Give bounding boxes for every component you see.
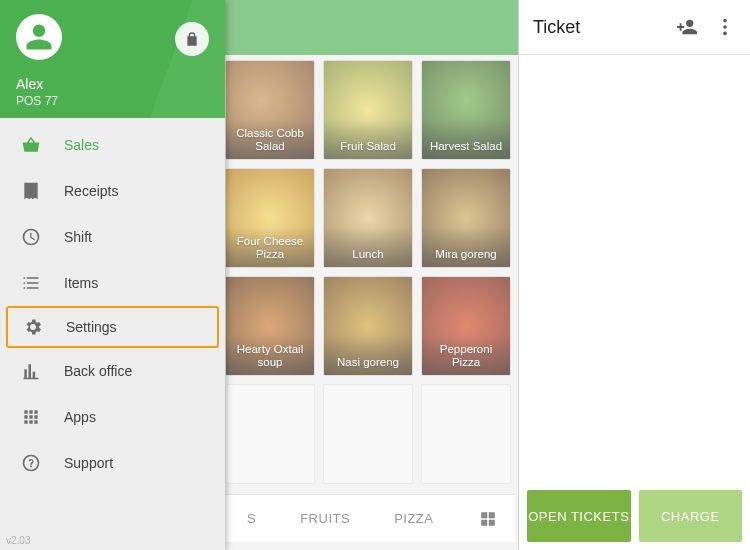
sidebar-item-settings[interactable]: Settings (6, 306, 219, 348)
receipt-icon (20, 180, 42, 202)
sidebar-item-label: Shift (64, 229, 92, 245)
sidebar-item-sales[interactable]: Sales (0, 122, 225, 168)
product-placeholder (323, 384, 413, 484)
product-label: Harvest Salad (426, 140, 506, 153)
product-label: Mira goreng (426, 248, 506, 261)
product-card[interactable]: Harvest Salad (421, 60, 511, 160)
drawer-header: Alex POS 77 (0, 0, 225, 118)
nav-list: Sales Receipts Shift Items Settings Back… (0, 118, 225, 486)
user-name: Alex (16, 76, 43, 92)
lock-icon (184, 31, 200, 47)
product-label: Fruit Salad (328, 140, 408, 153)
product-card[interactable]: Fruit Salad (323, 60, 413, 160)
sidebar-item-items[interactable]: Items (0, 260, 225, 306)
sidebar-item-label: Support (64, 455, 113, 471)
help-icon (20, 452, 42, 474)
sidebar-item-label: Sales (64, 137, 99, 153)
apps-icon (20, 406, 42, 428)
product-card[interactable]: Hearty Oxtail soup (225, 276, 315, 376)
gear-icon (22, 316, 44, 338)
ticket-pane: Ticket OPEN TICKETS CHARGE (518, 0, 750, 550)
open-tickets-button[interactable]: OPEN TICKETS (527, 490, 631, 542)
sidebar-item-backoffice[interactable]: Back office (0, 348, 225, 394)
sidebar-item-apps[interactable]: Apps (0, 394, 225, 440)
user-pos: POS 77 (16, 94, 58, 108)
charge-button[interactable]: CHARGE (639, 490, 743, 542)
product-label: Pepperoni Pizza (426, 343, 506, 369)
sidebar-item-label: Back office (64, 363, 132, 379)
category-tab[interactable]: S (225, 511, 278, 526)
product-card[interactable]: Nasi goreng (323, 276, 413, 376)
sidebar-item-label: Settings (66, 319, 117, 335)
app-version: v2.03 (6, 535, 30, 546)
product-label: Classic Cobb Salad (230, 127, 310, 153)
ticket-title: Ticket (533, 17, 580, 38)
sidebar-item-receipts[interactable]: Receipts (0, 168, 225, 214)
chart-icon (20, 360, 42, 382)
category-bar: S FRUITS PIZZA (225, 494, 515, 542)
product-card[interactable]: Four Cheese Pizza (225, 168, 315, 268)
svg-point-1 (723, 25, 727, 29)
svg-point-2 (723, 32, 727, 36)
nav-drawer: Alex POS 77 Sales Receipts Shift Items (0, 0, 225, 550)
product-placeholder (421, 384, 511, 484)
add-person-icon[interactable] (676, 16, 698, 38)
grid-view-icon[interactable] (479, 510, 497, 528)
category-tab[interactable]: PIZZA (372, 511, 455, 526)
svg-point-0 (723, 19, 727, 23)
product-card[interactable]: Lunch (323, 168, 413, 268)
sidebar-item-support[interactable]: Support (0, 440, 225, 486)
more-vert-icon[interactable] (714, 16, 736, 38)
product-label: Hearty Oxtail soup (230, 343, 310, 369)
sidebar-item-label: Apps (64, 409, 96, 425)
product-placeholder (225, 384, 315, 484)
product-label: Four Cheese Pizza (230, 235, 310, 261)
product-card[interactable]: Mira goreng (421, 168, 511, 268)
clock-icon (20, 226, 42, 248)
sidebar-item-label: Receipts (64, 183, 118, 199)
product-card[interactable]: Classic Cobb Salad (225, 60, 315, 160)
product-card[interactable]: Pepperoni Pizza (421, 276, 511, 376)
basket-icon (20, 134, 42, 156)
lock-button[interactable] (175, 22, 209, 56)
product-label: Nasi goreng (328, 356, 408, 369)
list-icon (20, 272, 42, 294)
sidebar-item-shift[interactable]: Shift (0, 214, 225, 260)
category-tab[interactable]: FRUITS (278, 511, 372, 526)
avatar[interactable] (16, 14, 62, 60)
sidebar-item-label: Items (64, 275, 98, 291)
product-label: Lunch (328, 248, 408, 261)
